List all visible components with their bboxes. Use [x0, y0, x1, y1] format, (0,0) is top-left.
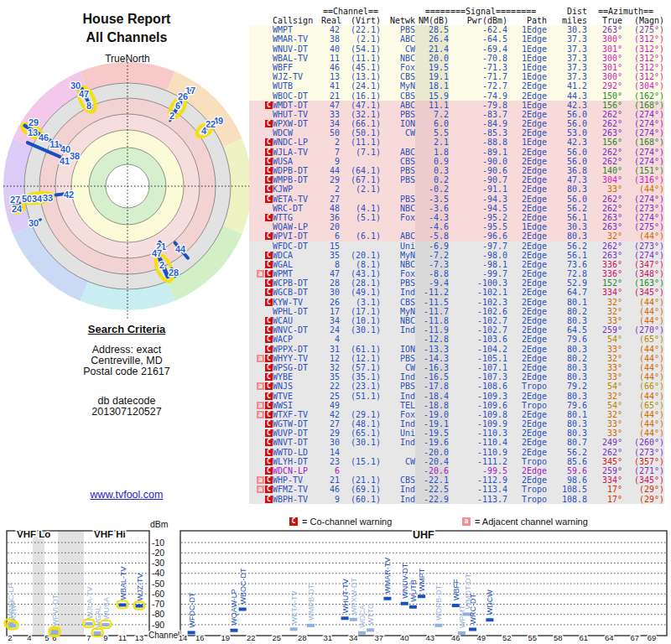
cell-miles: 59.6	[547, 466, 587, 475]
radar-channel-label: 47	[79, 89, 89, 99]
radar-station-marker	[188, 88, 190, 92]
cell-nm: 15.9	[415, 91, 449, 101]
cell-nm: -9.4	[415, 278, 449, 288]
x-tick-label: 43	[425, 633, 434, 642]
cell-az_true: 54°	[587, 401, 622, 410]
cell-az_true: 263°	[587, 213, 622, 222]
table-column-header: CallsignReal(Virt)NetwkNM(dB)Pwr(dBm)Pat…	[249, 16, 664, 25]
cell-nm: -22.5	[415, 485, 449, 494]
cell-netwk: ABC	[381, 148, 415, 157]
cell-az_magn: (44°)	[622, 298, 664, 307]
x-tick-label: 67	[630, 633, 639, 642]
station-label-KJWP: KJWP	[9, 600, 18, 621]
station-marker-highlight	[134, 602, 145, 610]
cell-pwr: -99.5	[449, 466, 507, 475]
cell-path: Tropo	[507, 495, 547, 504]
co-channel-warning-icon: C	[265, 467, 273, 475]
cell-virt: (28.1)	[340, 278, 381, 288]
cell-pwr: -84.9	[449, 119, 507, 128]
cell-nm: -8.8	[415, 269, 449, 278]
radar-station-marker	[156, 251, 159, 259]
table-row-WUSA: CWUSA9CBS0.9-90.02Edge56.0262°(274°)	[249, 157, 664, 166]
cell-netwk: TEL	[381, 401, 415, 410]
x-tick-label: 34	[349, 633, 358, 642]
cell-path: 2Edge	[507, 325, 547, 335]
cell-az_magn: (151°)	[622, 166, 664, 175]
cell-virt: (29.1)	[340, 410, 381, 419]
table-row-WPSG-DT: CWPSG-DT32(57.1)CW-16.3-107.12Edge80.333…	[249, 363, 664, 372]
cell-miles: 47.3	[547, 175, 587, 184]
y-tick-label: -10	[152, 538, 164, 548]
station-label-WMPB-DT: WMPB-DT	[307, 584, 315, 620]
cell-az_true: 301°	[587, 63, 622, 72]
cell-virt: (50.1)	[340, 128, 381, 138]
co-channel-warning-icon: C	[265, 486, 273, 493]
cell-miles: 56.0	[547, 119, 587, 128]
station-marker-highlight	[84, 620, 95, 627]
cell-az_magn: (44°)	[622, 372, 664, 382]
tvfool-link[interactable]: www.tvfool.com	[91, 489, 164, 501]
cell-real: 40	[321, 44, 340, 54]
station-label-WDCW: WDCW	[486, 589, 494, 615]
radar-warning-highlight	[75, 85, 99, 115]
cell-pwr: -83.7	[449, 110, 507, 119]
cell-az_true: 263°	[587, 251, 622, 260]
radar-channel-label: 17	[185, 86, 195, 96]
cell-netwk: PBS	[381, 25, 415, 34]
cell-callsign: WTXF-TV	[273, 410, 321, 419]
cell-pwr: -95.2	[449, 213, 507, 222]
cell-real: 41	[321, 81, 340, 91]
cell-callsign: WGAL	[273, 260, 321, 269]
y-tick-label: -90	[152, 620, 164, 630]
cell-callsign: WMAR-TV	[273, 34, 321, 44]
cell-virt: (51.1)	[340, 392, 381, 401]
site-link-wrap: www.tvfool.com	[0, 489, 253, 501]
radar-warning-highlight	[152, 252, 175, 284]
co-channel-warning-icon: C	[265, 411, 273, 418]
cell-callsign: WNUV-DT	[273, 44, 321, 54]
table-row-WGCB-DT: CWGCB-DT30(49.1)Ind-11.2-102.12Edge64.73…	[249, 288, 664, 297]
cell-nm: -16.3	[415, 363, 449, 372]
cell-miles: 79.6	[547, 335, 587, 344]
table-row-WPPX-DT: CWPPX-DT31(61.1)ION-13.3-104.22Edge80.33…	[249, 345, 664, 354]
table-row-WNVC-DT: CWNVC-DT24(30.1)Ind-11.9-102.72Edge64.52…	[249, 325, 664, 335]
cell-real: 38	[321, 34, 340, 44]
cell-pwr: -97.7	[449, 242, 507, 251]
cell-real: 24	[321, 325, 340, 335]
cell-nm: -3.5	[415, 195, 449, 204]
table-row-WCPB-DT: CWCPB-DT28(28.1)PBS-9.4-100.32Edge52.915…	[249, 278, 664, 288]
cell-pwr: -88.8	[449, 138, 507, 147]
cell-real: 4	[321, 335, 340, 344]
cell-pwr: -104.2	[449, 345, 507, 354]
x-tick-label: 7	[86, 633, 91, 642]
radar-wheel-sector	[80, 282, 174, 310]
station-label-WUTB: WUTB	[409, 579, 418, 602]
cell-miles: 80.2	[547, 354, 587, 363]
group-header-azimuth: ==Azimuth==	[598, 7, 653, 16]
cell-nm: 0.9	[415, 157, 449, 166]
radar-channel-label: 40	[60, 144, 70, 154]
cell-real: 7	[321, 148, 340, 157]
cell-nm: 5.5	[415, 128, 449, 138]
cell-path: 2Edge	[507, 148, 547, 157]
cell-az_magn: (65°)	[622, 335, 664, 344]
x-tick-label: 46	[451, 633, 460, 642]
cell-az_true: 263°	[587, 25, 622, 34]
cell-az_true: 262°	[587, 448, 622, 457]
cell-path: 2Edge	[507, 307, 547, 316]
cell-path: 2Edge	[507, 166, 547, 175]
co-channel-warning-icon: C	[265, 439, 273, 446]
column-header-netwk: Netwk	[381, 16, 415, 25]
cell-az_magn: (345°)	[622, 475, 664, 485]
cell-callsign: WGTW-DT	[273, 419, 321, 428]
cell-az_magn: (274°)	[622, 110, 664, 119]
cell-path: 2Edge	[507, 213, 547, 222]
radar-station-marker	[15, 208, 22, 210]
cell-callsign: WDPB-DT	[273, 166, 321, 175]
table-row-KJWP: CKJWP2(2.1)-0.2-91.12Edge80.333°(44°)	[249, 184, 664, 194]
cell-miles: 44.3	[547, 91, 587, 101]
cell-path: 2Edge	[507, 195, 547, 204]
cell-nm: -5.8	[415, 231, 449, 241]
cell-miles: 85.6	[547, 457, 587, 466]
radar-channel-label: 2	[169, 111, 174, 121]
